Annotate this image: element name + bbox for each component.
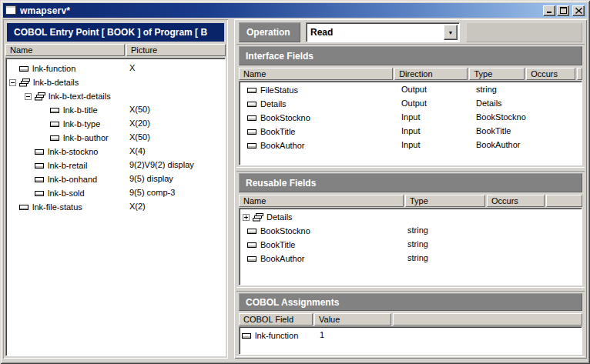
field-icon xyxy=(35,177,44,182)
field-icon xyxy=(35,191,44,196)
field-icon xyxy=(247,129,256,135)
field-icon xyxy=(19,205,28,210)
group-icon xyxy=(253,213,263,222)
tree-item-lnk-b-sold[interactable]: lnk-b-sold 9(5) comp-3 xyxy=(6,186,225,200)
field-icon xyxy=(247,115,256,121)
table-row-booktitle[interactable]: BookTitle string xyxy=(240,238,582,252)
field-icon xyxy=(50,135,59,141)
column-header-filler xyxy=(546,195,582,207)
cobol-assignments-section: COBOL Assignments COBOL Field Value lnk-… xyxy=(236,291,585,357)
operation-detail-panel: Operation Read ▼ Interface Fields Name D… xyxy=(234,19,587,359)
window-controls xyxy=(543,5,585,16)
cobol-assignments-list: lnk-function 1 xyxy=(239,326,582,355)
collapse-icon[interactable] xyxy=(25,93,32,100)
field-icon xyxy=(19,66,28,72)
group-icon xyxy=(35,92,45,101)
field-icon xyxy=(247,143,256,149)
field-icon xyxy=(50,108,59,113)
close-button[interactable] xyxy=(572,5,585,16)
column-header-value[interactable]: Value xyxy=(314,313,391,326)
column-header-name[interactable]: Name xyxy=(5,44,125,56)
interface-fields-header: Interface Fields xyxy=(239,46,582,65)
tree-item-lnk-b-details[interactable]: lnk-b-details xyxy=(6,75,225,89)
field-icon xyxy=(247,102,256,107)
field-icon xyxy=(247,256,256,262)
tree-item-lnk-b-author[interactable]: lnk-b-author X(50) xyxy=(6,131,225,145)
column-header-name[interactable]: Name xyxy=(239,195,404,207)
interface-fields-column-headers: Name Direction Type Occurs xyxy=(238,68,583,80)
cobol-assignments-column-headers: COBOL Field Value xyxy=(238,313,583,326)
app-icon xyxy=(5,5,17,15)
chevron-down-icon: ▼ xyxy=(448,30,454,35)
column-header-direction[interactable]: Direction xyxy=(394,68,468,80)
cobol-assignments-header: COBOL Assignments xyxy=(239,293,582,311)
field-icon xyxy=(35,163,44,169)
tree-column-headers: Name Picture xyxy=(3,44,228,56)
application-window: wmapserv* COBOL Entry Point [ BOOK ] of … xyxy=(0,0,590,364)
combo-dropdown-button[interactable]: ▼ xyxy=(444,25,458,40)
field-icon xyxy=(247,88,256,93)
column-header-picture[interactable]: Picture xyxy=(126,44,226,56)
reusable-fields-list: Details BookStockno string BookTitle str… xyxy=(239,208,582,286)
maximize-button[interactable] xyxy=(557,5,569,16)
column-header-occurs[interactable]: Occurs xyxy=(526,68,575,80)
operation-filler xyxy=(466,22,582,42)
column-header-name[interactable]: Name xyxy=(239,68,393,80)
tree-item-lnk-b-type[interactable]: lnk-b-type X(20) xyxy=(6,117,225,131)
field-icon xyxy=(50,122,59,127)
table-row-bookauthor[interactable]: BookAuthor string xyxy=(240,252,582,265)
tree-item-lnk-b-text-details[interactable]: lnk-b-text-details xyxy=(6,89,225,103)
table-row-bookstockno[interactable]: BookStockno string xyxy=(240,224,582,238)
operation-select[interactable]: Read ▼ xyxy=(306,22,460,42)
operation-value: Read xyxy=(307,27,444,38)
reusable-fields-header: Reusable Fields xyxy=(239,173,582,192)
column-header-filler xyxy=(393,313,582,326)
table-row-lnk-function[interactable]: lnk-function 1 xyxy=(240,329,582,342)
table-row-bookauthor[interactable]: BookAuthor Input BookAuthor xyxy=(240,139,582,152)
entry-point-header: COBOL Entry Point [ BOOK ] of Program [ … xyxy=(7,23,224,42)
column-header-occurs[interactable]: Occurs xyxy=(487,195,545,207)
minimize-icon xyxy=(546,7,553,14)
reusable-fields-section: Reusable Fields Name Type Occurs Details… xyxy=(236,171,585,288)
table-row-details[interactable]: Details xyxy=(240,210,582,224)
tree-item-lnk-b-title[interactable]: lnk-b-title X(50) xyxy=(6,103,225,117)
close-icon xyxy=(575,8,582,14)
interface-fields-section: Interface Fields Name Direction Type Occ… xyxy=(236,44,585,168)
minimize-button[interactable] xyxy=(543,5,555,16)
cobol-tree: lnk-function X lnk-b-details lnk-b-text-… xyxy=(5,58,226,356)
column-header-cobol-field[interactable]: COBOL Field xyxy=(239,313,313,326)
operation-label: Operation xyxy=(239,22,300,42)
interface-fields-list: FileStatus Output string Details Output … xyxy=(239,81,582,165)
field-icon xyxy=(247,229,256,234)
table-row-filestatus[interactable]: FileStatus Output string xyxy=(240,83,582,97)
operation-row: Operation Read ▼ xyxy=(239,22,582,42)
table-row-details[interactable]: Details Output Details xyxy=(240,97,582,111)
tree-item-lnk-file-status[interactable]: lnk-file-status X(2) xyxy=(6,200,225,214)
expand-icon[interactable] xyxy=(243,214,250,221)
column-header-filler xyxy=(577,68,582,80)
field-icon xyxy=(35,149,44,155)
table-row-bookstockno[interactable]: BookStockno Input BookStockno xyxy=(240,111,582,125)
table-row-booktitle[interactable]: BookTitle Input BookTitle xyxy=(240,125,582,139)
tree-item-lnk-b-stockno[interactable]: lnk-b-stockno X(4) xyxy=(6,145,225,159)
tree-item-lnk-b-retail[interactable]: lnk-b-retail 9(2)V9(2) display xyxy=(6,159,225,172)
reusable-fields-column-headers: Name Type Occurs xyxy=(238,195,583,207)
column-header-type[interactable]: Type xyxy=(469,68,525,80)
collapse-icon[interactable] xyxy=(9,79,16,86)
tree-item-lnk-b-onhand[interactable]: lnk-b-onhand 9(5) display xyxy=(6,172,225,186)
panel-splitter[interactable] xyxy=(228,19,234,359)
field-icon xyxy=(242,333,251,339)
titlebar: wmapserv* xyxy=(3,3,587,18)
window-title: wmapserv* xyxy=(20,5,543,16)
field-icon xyxy=(247,242,256,248)
cobol-entry-point-panel: COBOL Entry Point [ BOOK ] of Program [ … xyxy=(3,19,228,359)
column-header-type[interactable]: Type xyxy=(405,195,485,207)
tree-item-lnk-function[interactable]: lnk-function X xyxy=(6,62,225,75)
maximize-icon xyxy=(560,7,567,14)
group-icon xyxy=(19,78,30,87)
